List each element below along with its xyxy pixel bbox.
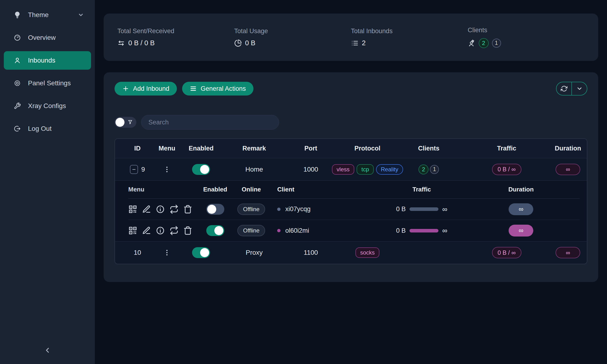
filter-toggle[interactable] xyxy=(115,117,136,128)
subcolumn-header-menu: Menu xyxy=(128,186,196,193)
online-status-badge: Offline xyxy=(237,225,265,236)
chevron-down-icon xyxy=(576,85,583,92)
stat-value: 0 B / 0 B xyxy=(128,39,155,47)
client-enabled-toggle[interactable] xyxy=(206,204,224,215)
subcolumn-header-client: Client xyxy=(268,186,363,193)
client-name: ol60i2mi xyxy=(285,227,309,234)
row-menu-button[interactable] xyxy=(163,249,171,256)
dashboard-icon xyxy=(14,34,21,41)
protocol-badge-vless: vless xyxy=(332,164,355,175)
reset-traffic-icon[interactable] xyxy=(170,205,179,214)
sidebar: Theme Overview Inbounds Panel Settings X… xyxy=(0,0,95,364)
qr-code-icon[interactable] xyxy=(128,226,137,235)
qr-code-icon[interactable] xyxy=(128,205,137,214)
protocol-badge-tcp: tcp xyxy=(356,164,374,175)
table-row-inbound-10: 10 Proxy 1100 socks 0 B / ∞ ∞ xyxy=(115,242,587,264)
subcolumn-header-duration: Duration xyxy=(480,186,562,193)
inbound-port: 1100 xyxy=(280,249,342,256)
inbound-enabled-toggle[interactable] xyxy=(192,164,210,175)
clients-count-badge: 1 xyxy=(430,165,439,174)
sidebar-item-inbounds[interactable]: Inbounds xyxy=(4,51,91,70)
inbound-remark: Home xyxy=(228,166,280,173)
filter-funnel-icon xyxy=(127,119,133,125)
client-row-xi07ycqg: Offline xi07ycqg 0 B ∞ ∞ xyxy=(128,199,580,220)
duration-badge: ∞ xyxy=(509,225,533,236)
edit-icon[interactable] xyxy=(142,205,151,214)
stat-label: Total Inbounds xyxy=(351,27,468,35)
search-input[interactable] xyxy=(141,115,279,130)
user-icon xyxy=(14,57,21,64)
refresh-dropdown-button[interactable] xyxy=(571,82,587,95)
pie-chart-icon xyxy=(234,39,242,47)
sidebar-item-label: Inbounds xyxy=(28,57,55,64)
toggle-knob xyxy=(200,248,209,257)
sidebar-item-panel-settings[interactable]: Panel Settings xyxy=(4,74,91,92)
chevron-left-icon xyxy=(43,346,52,354)
stat-label: Total Usage xyxy=(234,27,351,35)
sidebar-item-label: Panel Settings xyxy=(28,79,71,87)
stat-value: 0 B xyxy=(245,39,256,47)
swap-arrows-icon xyxy=(117,39,125,47)
stat-total-usage: Total Usage 0 B xyxy=(234,27,351,47)
clients-deactivated-badge: 1 xyxy=(492,39,501,48)
lightbulb-icon xyxy=(14,11,21,18)
column-header-enabled: Enabled xyxy=(174,145,228,152)
column-header-clients: Clients xyxy=(393,145,464,152)
column-header-id: ID xyxy=(115,145,160,152)
inbound-enabled-toggle[interactable] xyxy=(192,247,210,258)
sidebar-collapse-button[interactable] xyxy=(40,343,54,357)
clients-subtable: Menu Enabled Online Client Traffic Durat… xyxy=(115,181,587,242)
traffic-progress-bar xyxy=(409,207,438,211)
subcolumn-header-online: Online xyxy=(234,186,268,193)
column-header-protocol: Protocol xyxy=(342,145,393,152)
sidebar-item-label: Theme xyxy=(28,11,49,19)
toolbar: Add Inbound General Actions xyxy=(115,82,253,95)
add-inbound-label: Add Inbound xyxy=(133,85,169,92)
stat-clients: Clients 2 1 xyxy=(468,26,585,48)
sidebar-item-xray-configs[interactable]: Xray Configs xyxy=(4,97,91,115)
plus-icon xyxy=(122,85,129,92)
duration-badge: ∞ xyxy=(555,247,580,258)
sidebar-item-logout[interactable]: Log Out xyxy=(4,119,91,138)
sidebar-item-label: Overview xyxy=(28,34,56,41)
client-enabled-toggle[interactable] xyxy=(206,225,224,236)
delete-icon[interactable] xyxy=(183,226,192,235)
protocol-badge-socks: socks xyxy=(356,247,379,258)
table-header-row: ID Menu Enabled Remark Port Protocol Cli… xyxy=(115,139,587,158)
online-status-badge: Offline xyxy=(237,204,265,215)
refresh-button[interactable] xyxy=(556,82,571,95)
toggle-knob xyxy=(214,226,223,235)
general-actions-button[interactable]: General Actions xyxy=(182,82,253,95)
sidebar-item-overview[interactable]: Overview xyxy=(4,28,91,47)
traffic-used: 0 B xyxy=(396,227,406,234)
traffic-badge: 0 B / ∞ xyxy=(492,164,521,175)
collapse-row-button[interactable]: − xyxy=(130,165,138,174)
sidebar-item-label: Log Out xyxy=(28,125,52,132)
traffic-used: 0 B xyxy=(396,206,406,213)
inbounds-panel: Add Inbound General Actions I xyxy=(104,72,598,282)
info-icon[interactable] xyxy=(156,226,165,235)
column-header-port: Port xyxy=(280,145,342,152)
client-color-dot xyxy=(277,229,280,232)
row-menu-button[interactable] xyxy=(163,166,171,173)
duration-badge: ∞ xyxy=(509,203,533,215)
edit-icon[interactable] xyxy=(142,226,151,235)
toggle-knob xyxy=(207,205,216,214)
client-color-dot xyxy=(277,208,280,211)
refresh-icon xyxy=(561,85,567,92)
delete-icon[interactable] xyxy=(183,205,192,214)
subcolumn-header-enabled: Enabled xyxy=(196,186,235,193)
inbound-id: 10 xyxy=(134,249,141,256)
add-inbound-button[interactable]: Add Inbound xyxy=(115,82,177,95)
gear-icon xyxy=(14,80,21,87)
reset-traffic-icon[interactable] xyxy=(170,226,179,235)
client-name: xi07ycqg xyxy=(285,206,311,213)
stat-label: Clients xyxy=(468,26,585,34)
inbound-id: 9 xyxy=(141,166,145,173)
clients-count-badge: 2 xyxy=(419,165,428,174)
logout-icon xyxy=(14,125,21,132)
info-icon[interactable] xyxy=(156,205,165,214)
traffic-progress-bar xyxy=(409,229,438,233)
sidebar-item-theme[interactable]: Theme xyxy=(4,6,91,24)
hamburger-icon xyxy=(190,85,197,92)
